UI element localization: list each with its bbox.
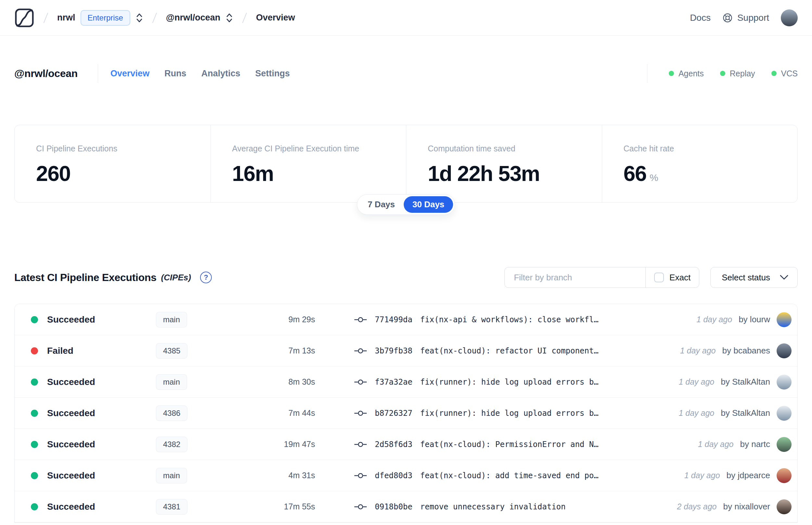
- user-avatar[interactable]: [781, 10, 798, 26]
- author: by lourw: [739, 314, 770, 325]
- commit-hash[interactable]: dfed80d3: [375, 471, 413, 480]
- org-name[interactable]: nrwl: [57, 13, 75, 23]
- avatar: [777, 406, 792, 421]
- service-status-agents: Agents: [669, 69, 704, 78]
- commit-icon: [354, 409, 367, 418]
- branch-badge: 4385: [156, 343, 187, 359]
- exact-checkbox[interactable]: [654, 273, 664, 282]
- commit-message: remove unnecessary invalidation: [420, 502, 566, 511]
- workspace-name[interactable]: @nrwl/ocean: [166, 13, 220, 23]
- org-switcher[interactable]: [135, 12, 143, 24]
- table-row[interactable]: Succeeded 4381 17m 55s 0918b0beremove un…: [15, 491, 797, 522]
- stat-value: 66 %: [624, 161, 791, 186]
- author: by nixallover: [723, 501, 770, 512]
- workspace-switcher[interactable]: [226, 12, 233, 24]
- author: by StalkAltan: [721, 408, 770, 418]
- exact-toggle[interactable]: Exact: [645, 267, 699, 287]
- stat-label: Computation time saved: [428, 144, 595, 153]
- lifebuoy-icon: [722, 13, 733, 23]
- status-label: Succeeded: [47, 470, 95, 481]
- breadcrumb: nrwl Enterprise @nrwl/ocean Overview: [14, 8, 295, 28]
- stat-card-cache-hit-rate: Cache hit rate 66 %: [602, 125, 798, 202]
- stat-label: CI Pipeline Executions: [36, 144, 204, 153]
- service-label: VCS: [781, 69, 798, 78]
- time-ago: 1 day ago: [678, 377, 714, 387]
- chevron-down-icon: [780, 275, 788, 280]
- commit-hash[interactable]: 771499da: [375, 315, 413, 324]
- duration: 4m 31s: [263, 471, 315, 480]
- date-range-toggle: 7 Days 30 Days: [357, 194, 455, 215]
- topbar: nrwl Enterprise @nrwl/ocean Overview Doc: [0, 0, 812, 36]
- stats-section: CI Pipeline Executions 260 Average CI Pi…: [14, 125, 798, 203]
- cipes-filters: Exact Select status: [504, 267, 798, 288]
- table-row[interactable]: Succeeded main 9m 29s 771499dafix(nx-api…: [15, 304, 797, 335]
- commit-hash[interactable]: f37a32ae: [375, 377, 413, 387]
- author: by bcabanes: [722, 346, 770, 356]
- duration: 17m 55s: [263, 502, 315, 511]
- commit-message: fix(nx-api & workflows): close workfl…: [420, 315, 599, 324]
- chevron-up-down-icon: [226, 12, 233, 24]
- status-label: Succeeded: [47, 314, 95, 325]
- nx-cloud-logo-icon: [14, 8, 34, 28]
- commit-hash[interactable]: 3b79fb38: [375, 346, 413, 356]
- commit-icon: [354, 315, 367, 324]
- section-title-suffix: (CIPEs): [161, 273, 191, 283]
- stat-cards: CI Pipeline Executions 260 Average CI Pi…: [14, 125, 798, 203]
- duration: 7m 44s: [263, 408, 315, 418]
- tab-overview[interactable]: Overview: [110, 69, 149, 79]
- status-label: Succeeded: [47, 408, 95, 418]
- tab-settings[interactable]: Settings: [255, 69, 290, 79]
- status-dot: [31, 347, 38, 355]
- status-dot: [771, 71, 777, 76]
- page-title: @nrwl/ocean: [14, 68, 78, 79]
- service-status-vcs: VCS: [771, 69, 798, 78]
- status-dot: [31, 410, 38, 417]
- branch-badge: 4386: [156, 405, 187, 421]
- divider: [647, 64, 647, 83]
- commit-hash[interactable]: 0918b0be: [375, 502, 413, 511]
- service-label: Agents: [678, 69, 704, 78]
- breadcrumb-slash: [44, 12, 48, 23]
- nx-cloud-logo[interactable]: [14, 8, 34, 28]
- stat-card-avg-execution-time: Average CI Pipeline Execution time 16m: [211, 125, 406, 202]
- time-ago: 1 day ago: [680, 346, 716, 356]
- help-icon[interactable]: ?: [200, 272, 212, 283]
- tab-runs[interactable]: Runs: [164, 69, 186, 79]
- support-link[interactable]: Support: [722, 13, 769, 23]
- duration: 8m 30s: [263, 377, 315, 387]
- status-dot: [669, 71, 674, 76]
- status-dot: [31, 378, 38, 386]
- table-row[interactable]: Succeeded main 8m 30s f37a32aefix(runner…: [15, 366, 797, 397]
- range-option-30-days[interactable]: 30 Days: [404, 196, 453, 213]
- author: by StalkAltan: [721, 377, 770, 387]
- commit-message: feat(nx-cloud): refactor UI component…: [420, 346, 599, 356]
- stat-value: 1d 22h 53m: [428, 161, 595, 186]
- avatar: [777, 375, 792, 390]
- tab-analytics[interactable]: Analytics: [201, 69, 240, 79]
- cipes-section-head: Latest CI Pipeline Executions (CIPEs) ? …: [14, 267, 798, 288]
- service-status-replay: Replay: [720, 69, 755, 78]
- commit-hash[interactable]: b8726327: [375, 409, 413, 418]
- table-row[interactable]: Failed 4385 7m 13s 3b79fb38feat(nx-cloud…: [15, 335, 797, 366]
- table-row[interactable]: Succeeded 4382 19m 47s 2d58f6d3feat(nx-c…: [15, 429, 797, 460]
- docs-link[interactable]: Docs: [690, 13, 711, 23]
- table-row[interactable]: Succeeded 4386 7m 44s b8726327fix(runner…: [15, 397, 797, 429]
- stat-label: Average CI Pipeline Execution time: [232, 144, 400, 153]
- enterprise-badge: Enterprise: [80, 10, 130, 26]
- status-label: Succeeded: [47, 439, 95, 450]
- commit-hash[interactable]: 2d58f6d3: [375, 440, 413, 449]
- stat-card-computation-time-saved: Computation time saved 1d 22h 53m: [406, 125, 602, 202]
- stat-card-ci-pipeline-executions: CI Pipeline Executions 260: [15, 125, 211, 202]
- status-label: Failed: [47, 346, 73, 356]
- duration: 9m 29s: [263, 315, 315, 324]
- status-dot: [31, 472, 38, 479]
- topbar-actions: Docs Support: [690, 10, 798, 26]
- branch-filter-input[interactable]: [505, 267, 645, 287]
- status-label: Succeeded: [47, 377, 95, 387]
- chevron-up-down-icon: [135, 12, 143, 24]
- commit-icon: [354, 440, 367, 449]
- service-status-group: Agents Replay VCS: [647, 64, 798, 83]
- status-select-button[interactable]: Select status: [710, 267, 798, 288]
- table-row[interactable]: Succeeded main 4m 31s dfed80d3feat(nx-cl…: [15, 460, 797, 491]
- range-option-7-days[interactable]: 7 Days: [359, 196, 404, 213]
